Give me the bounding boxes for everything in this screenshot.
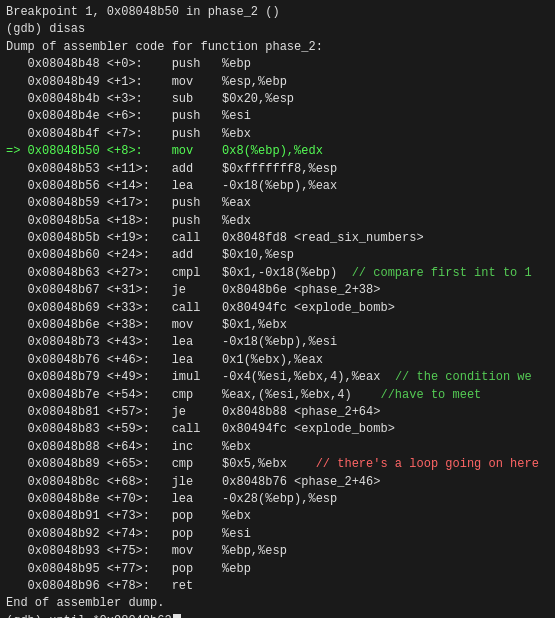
gdb-disas-prompt: (gdb) disas	[6, 21, 549, 38]
dump-header: Dump of assembler code for function phas…	[6, 39, 549, 56]
asm-line-b67: 0x08048b67 <+31>: je 0x8048b6e <phase_2+…	[6, 282, 549, 299]
asm-line-b88: 0x08048b88 <+64>: inc %ebx	[6, 439, 549, 456]
asm-line-b5b: 0x08048b5b <+19>: call 0x8048fd8 <read_s…	[6, 230, 549, 247]
asm-line-b95: 0x08048b95 <+77>: pop %ebp	[6, 561, 549, 578]
asm-line-b4b: 0x08048b4b <+3>: sub $0x20,%esp	[6, 91, 549, 108]
asm-line-b92: 0x08048b92 <+74>: pop %esi	[6, 526, 549, 543]
asm-line-b96: 0x08048b96 <+78>: ret	[6, 578, 549, 595]
asm-line-b56: 0x08048b56 <+14>: lea -0x18(%ebp),%eax	[6, 178, 549, 195]
asm-line-b83: 0x08048b83 <+59>: call 0x80494fc <explod…	[6, 421, 549, 438]
asm-line-b93: 0x08048b93 <+75>: mov %ebp,%esp	[6, 543, 549, 560]
asm-line-b6e: 0x08048b6e <+38>: mov $0x1,%ebx	[6, 317, 549, 334]
asm-line-b89: 0x08048b89 <+65>: cmp $0x5,%ebx // there…	[6, 456, 549, 473]
end-dump-line: End of assembler dump.	[6, 595, 549, 612]
terminal-window: Breakpoint 1, 0x08048b50 in phase_2 () (…	[0, 0, 555, 618]
asm-line-b76: 0x08048b76 <+46>: lea 0x1(%ebx),%eax	[6, 352, 549, 369]
asm-line-b4f: 0x08048b4f <+7>: push %ebx	[6, 126, 549, 143]
cursor-block	[173, 614, 181, 618]
asm-line-b4e: 0x08048b4e <+6>: push %esi	[6, 108, 549, 125]
asm-line-b8c: 0x08048b8c <+68>: jle 0x8048b76 <phase_2…	[6, 474, 549, 491]
gdb-prompt-line[interactable]: (gdb) until *0x08048b63	[6, 613, 549, 618]
asm-line-b48: 0x08048b48 <+0>: push %ebp	[6, 56, 549, 73]
breakpoint-line: Breakpoint 1, 0x08048b50 in phase_2 ()	[6, 4, 549, 21]
asm-line-b8e: 0x08048b8e <+70>: lea -0x28(%ebp),%esp	[6, 491, 549, 508]
asm-line-b79: 0x08048b79 <+49>: imul -0x4(%esi,%ebx,4)…	[6, 369, 549, 386]
asm-line-b50-current: => 0x08048b50 <+8>: mov 0x8(%ebp),%edx	[6, 143, 549, 160]
asm-line-b59: 0x08048b59 <+17>: push %eax	[6, 195, 549, 212]
breakpoint-text: Breakpoint 1, 0x08048b50 in phase_2 ()	[6, 4, 280, 21]
asm-line-b7e: 0x08048b7e <+54>: cmp %eax,(%esi,%ebx,4)…	[6, 387, 549, 404]
asm-line-b63: 0x08048b63 <+27>: cmpl $0x1,-0x18(%ebp) …	[6, 265, 549, 282]
asm-line-b81: 0x08048b81 <+57>: je 0x8048b88 <phase_2+…	[6, 404, 549, 421]
asm-line-b5a: 0x08048b5a <+18>: push %edx	[6, 213, 549, 230]
asm-line-b49: 0x08048b49 <+1>: mov %esp,%ebp	[6, 74, 549, 91]
asm-line-b91: 0x08048b91 <+73>: pop %ebx	[6, 508, 549, 525]
asm-line-b60: 0x08048b60 <+24>: add $0x10,%esp	[6, 247, 549, 264]
asm-line-b73: 0x08048b73 <+43>: lea -0x18(%ebp),%esi	[6, 334, 549, 351]
asm-line-b69: 0x08048b69 <+33>: call 0x80494fc <explod…	[6, 300, 549, 317]
asm-line-b53: 0x08048b53 <+11>: add $0xfffffff8,%esp	[6, 161, 549, 178]
